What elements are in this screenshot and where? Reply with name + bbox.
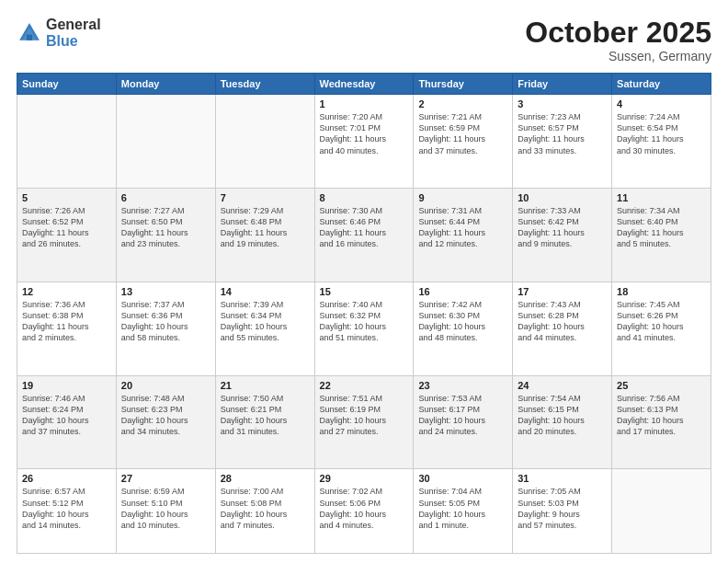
logo-general: General <box>46 17 101 32</box>
calendar-page: General Blue October 2025 Sussen, German… <box>0 0 728 563</box>
day-number: 17 <box>518 286 607 297</box>
calendar-cell: 22Sunrise: 7:51 AM Sunset: 6:19 PM Dayli… <box>314 375 414 469</box>
day-number: 22 <box>320 380 409 391</box>
calendar-cell: 4Sunrise: 7:24 AM Sunset: 6:54 PM Daylig… <box>612 95 711 189</box>
day-number: 19 <box>22 380 111 391</box>
week-row-4: 19Sunrise: 7:46 AM Sunset: 6:24 PM Dayli… <box>17 375 711 469</box>
day-info: Sunrise: 7:51 AM Sunset: 6:19 PM Dayligh… <box>320 393 409 438</box>
calendar-cell <box>116 95 215 189</box>
day-info: Sunrise: 7:21 AM Sunset: 6:59 PM Dayligh… <box>418 111 507 156</box>
day-info: Sunrise: 7:45 AM Sunset: 6:26 PM Dayligh… <box>617 299 706 344</box>
day-info: Sunrise: 7:05 AM Sunset: 5:03 PM Dayligh… <box>518 486 607 531</box>
week-row-5: 26Sunrise: 6:57 AM Sunset: 5:12 PM Dayli… <box>17 469 711 554</box>
day-number: 31 <box>518 473 607 484</box>
day-info: Sunrise: 7:30 AM Sunset: 6:46 PM Dayligh… <box>320 205 409 250</box>
day-number: 6 <box>121 192 210 203</box>
day-number: 8 <box>320 192 409 203</box>
day-number: 12 <box>22 286 111 297</box>
day-number: 10 <box>518 192 607 203</box>
day-number: 25 <box>617 380 706 391</box>
day-info: Sunrise: 7:27 AM Sunset: 6:50 PM Dayligh… <box>121 205 210 250</box>
day-number: 30 <box>418 473 507 484</box>
calendar-cell: 8Sunrise: 7:30 AM Sunset: 6:46 PM Daylig… <box>314 188 414 282</box>
calendar-cell: 25Sunrise: 7:56 AM Sunset: 6:13 PM Dayli… <box>612 375 711 469</box>
day-number: 21 <box>221 380 310 391</box>
day-number: 14 <box>221 286 310 297</box>
day-number: 3 <box>518 98 607 109</box>
calendar-cell: 2Sunrise: 7:21 AM Sunset: 6:59 PM Daylig… <box>414 95 513 189</box>
day-info: Sunrise: 7:39 AM Sunset: 6:34 PM Dayligh… <box>221 299 310 344</box>
day-number: 11 <box>617 192 706 203</box>
day-info: Sunrise: 7:56 AM Sunset: 6:13 PM Dayligh… <box>617 393 706 438</box>
calendar-cell: 9Sunrise: 7:31 AM Sunset: 6:44 PM Daylig… <box>414 188 513 282</box>
calendar-cell: 7Sunrise: 7:29 AM Sunset: 6:48 PM Daylig… <box>215 188 314 282</box>
logo-blue: Blue <box>46 33 78 49</box>
week-row-3: 12Sunrise: 7:36 AM Sunset: 6:38 PM Dayli… <box>17 282 711 375</box>
calendar-cell: 20Sunrise: 7:48 AM Sunset: 6:23 PM Dayli… <box>116 375 215 469</box>
day-number: 18 <box>617 286 706 297</box>
calendar-cell: 18Sunrise: 7:45 AM Sunset: 6:26 PM Dayli… <box>612 282 711 375</box>
day-info: Sunrise: 7:37 AM Sunset: 6:36 PM Dayligh… <box>121 299 210 344</box>
day-number: 4 <box>617 98 706 109</box>
day-number: 1 <box>320 98 409 109</box>
day-header-saturday: Saturday <box>612 74 711 95</box>
calendar-cell: 11Sunrise: 7:34 AM Sunset: 6:40 PM Dayli… <box>612 188 711 282</box>
day-info: Sunrise: 7:04 AM Sunset: 5:05 PM Dayligh… <box>418 486 507 531</box>
day-info: Sunrise: 7:42 AM Sunset: 6:30 PM Dayligh… <box>418 299 507 344</box>
day-info: Sunrise: 7:31 AM Sunset: 6:44 PM Dayligh… <box>418 205 507 250</box>
day-info: Sunrise: 6:59 AM Sunset: 5:10 PM Dayligh… <box>121 486 210 531</box>
header: General Blue October 2025 Sussen, German… <box>17 17 711 63</box>
calendar-cell: 23Sunrise: 7:53 AM Sunset: 6:17 PM Dayli… <box>414 375 513 469</box>
day-header-thursday: Thursday <box>414 74 513 95</box>
day-info: Sunrise: 7:53 AM Sunset: 6:17 PM Dayligh… <box>418 393 507 438</box>
day-number: 24 <box>518 380 607 391</box>
day-info: Sunrise: 7:33 AM Sunset: 6:42 PM Dayligh… <box>518 205 607 250</box>
day-number: 23 <box>418 380 507 391</box>
day-number: 27 <box>121 473 210 484</box>
calendar-cell: 13Sunrise: 7:37 AM Sunset: 6:36 PM Dayli… <box>116 282 215 375</box>
day-header-monday: Monday <box>116 74 215 95</box>
week-row-2: 5Sunrise: 7:26 AM Sunset: 6:52 PM Daylig… <box>17 188 711 282</box>
day-info: Sunrise: 7:40 AM Sunset: 6:32 PM Dayligh… <box>320 299 409 344</box>
subtitle: Sussen, Germany <box>525 49 711 63</box>
calendar-cell: 31Sunrise: 7:05 AM Sunset: 5:03 PM Dayli… <box>513 469 612 554</box>
day-number: 15 <box>320 286 409 297</box>
day-info: Sunrise: 7:43 AM Sunset: 6:28 PM Dayligh… <box>518 299 607 344</box>
day-info: Sunrise: 7:29 AM Sunset: 6:48 PM Dayligh… <box>221 205 310 250</box>
day-info: Sunrise: 7:24 AM Sunset: 6:54 PM Dayligh… <box>617 111 706 156</box>
day-number: 26 <box>22 473 111 484</box>
month-title: October 2025 <box>525 17 711 49</box>
day-info: Sunrise: 7:46 AM Sunset: 6:24 PM Dayligh… <box>22 393 111 438</box>
day-header-wednesday: Wednesday <box>314 74 414 95</box>
day-info: Sunrise: 7:00 AM Sunset: 5:08 PM Dayligh… <box>221 486 310 531</box>
day-header-tuesday: Tuesday <box>215 74 314 95</box>
svg-rect-2 <box>27 34 32 40</box>
day-info: Sunrise: 7:54 AM Sunset: 6:15 PM Dayligh… <box>518 393 607 438</box>
calendar-cell: 1Sunrise: 7:20 AM Sunset: 7:01 PM Daylig… <box>314 95 414 189</box>
header-row: SundayMondayTuesdayWednesdayThursdayFrid… <box>17 74 711 95</box>
calendar-cell: 30Sunrise: 7:04 AM Sunset: 5:05 PM Dayli… <box>414 469 513 554</box>
calendar-cell: 6Sunrise: 7:27 AM Sunset: 6:50 PM Daylig… <box>116 188 215 282</box>
title-area: October 2025 Sussen, Germany <box>525 17 711 63</box>
day-number: 5 <box>22 192 111 203</box>
calendar-cell: 19Sunrise: 7:46 AM Sunset: 6:24 PM Dayli… <box>17 375 117 469</box>
calendar-cell <box>17 95 117 189</box>
calendar-cell: 5Sunrise: 7:26 AM Sunset: 6:52 PM Daylig… <box>17 188 117 282</box>
day-number: 2 <box>418 98 507 109</box>
day-header-sunday: Sunday <box>17 74 117 95</box>
calendar-cell: 29Sunrise: 7:02 AM Sunset: 5:06 PM Dayli… <box>314 469 414 554</box>
day-info: Sunrise: 7:26 AM Sunset: 6:52 PM Dayligh… <box>22 205 111 250</box>
day-info: Sunrise: 7:23 AM Sunset: 6:57 PM Dayligh… <box>518 111 607 156</box>
logo: General Blue <box>17 17 101 49</box>
day-info: Sunrise: 7:02 AM Sunset: 5:06 PM Dayligh… <box>320 486 409 531</box>
day-number: 20 <box>121 380 210 391</box>
day-info: Sunrise: 7:36 AM Sunset: 6:38 PM Dayligh… <box>22 299 111 344</box>
calendar-table: SundayMondayTuesdayWednesdayThursdayFrid… <box>17 73 711 554</box>
day-info: Sunrise: 7:50 AM Sunset: 6:21 PM Dayligh… <box>221 393 310 438</box>
calendar-cell: 28Sunrise: 7:00 AM Sunset: 5:08 PM Dayli… <box>215 469 314 554</box>
day-header-friday: Friday <box>513 74 612 95</box>
calendar-cell: 15Sunrise: 7:40 AM Sunset: 6:32 PM Dayli… <box>314 282 414 375</box>
calendar-cell: 21Sunrise: 7:50 AM Sunset: 6:21 PM Dayli… <box>215 375 314 469</box>
calendar-cell: 17Sunrise: 7:43 AM Sunset: 6:28 PM Dayli… <box>513 282 612 375</box>
day-number: 28 <box>221 473 310 484</box>
